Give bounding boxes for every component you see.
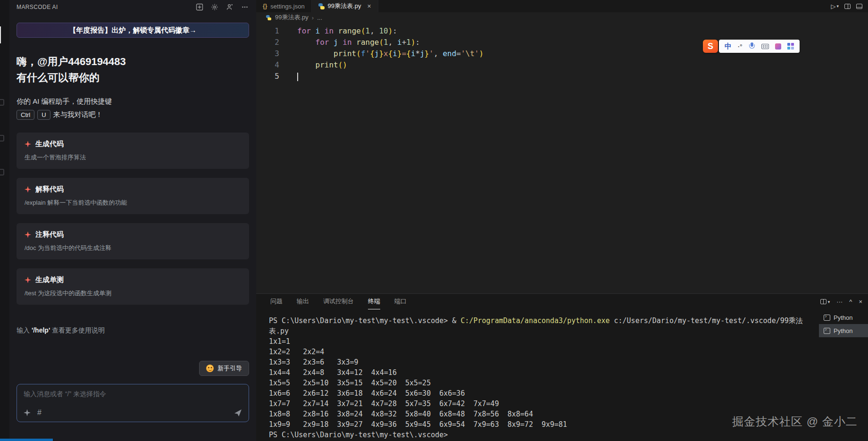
panel-tab-terminal[interactable]: 终端 [368, 294, 380, 309]
new-chat-icon[interactable] [195, 3, 204, 11]
sparkle-icon [25, 186, 31, 193]
more-actions-icon[interactable] [241, 3, 249, 11]
help-hint-suffix: 查看更多使用说明 [50, 326, 105, 334]
sparkle-icon [25, 277, 31, 283]
panel-tab-output[interactable]: 输出 [297, 294, 309, 309]
greeting: 嗨，@用户4469194483 有什么可以帮你的 [17, 54, 249, 86]
card-desc: /doc 为当前选中的代码生成注释 [25, 244, 241, 252]
prompt-card[interactable]: 生成单测/test 为这段选中的函数生成单测 [17, 268, 249, 305]
line-number-gutter: 12345 [256, 25, 288, 293]
split-editor-icon[interactable] [844, 4, 851, 9]
sidebar-title: MARSCODE AI [17, 4, 58, 10]
terminal-list-item[interactable]: Python [819, 311, 868, 324]
greeting-line1: 嗨，@用户4469194483 [17, 54, 249, 70]
send-message-icon[interactable] [234, 409, 242, 417]
terminal-line: 1x7=7 2x7=14 3x7=21 4x7=28 5x7=35 6x7=42… [269, 399, 816, 409]
helper-intro: 你的 AI 编程助手，使用快捷键 [17, 97, 249, 106]
activity-icon[interactable] [0, 99, 4, 106]
greeting-line2: 有什么可以帮你的 [17, 70, 249, 86]
tab-99-multiplication-py[interactable]: 99乘法表.py × [312, 0, 378, 12]
close-panel-icon[interactable]: × [859, 298, 862, 305]
maximize-panel-icon[interactable]: ^ [849, 298, 852, 305]
bottom-accent-bar [0, 439, 53, 441]
panel-actions: ▾ ··· ^ × [820, 298, 862, 305]
terminal-line: 表.py [269, 326, 816, 336]
breadcrumb-separator-icon: › [312, 14, 314, 21]
terminal-line: 1x6=6 2x6=12 3x6=18 4x6=24 5x6=30 6x6=36 [269, 388, 816, 399]
prompt-card[interactable]: 生成代码生成一个冒泡排序算法 [17, 133, 249, 169]
hash-context-icon[interactable]: # [37, 408, 42, 417]
breadcrumb[interactable]: 99乘法表.py › ... [256, 12, 868, 23]
marscode-sidebar: MARSCODE AI 【年度报告】出炉，解锁专属代码徽章→ 嗨，@用户4469… [9, 0, 256, 441]
chevron-down-icon: ▾ [828, 300, 830, 304]
breadcrumb-more[interactable]: ... [317, 14, 322, 21]
annual-report-banner[interactable]: 【年度报告】出炉，解锁专属代码徽章→ [17, 23, 249, 38]
panel-tab-ports[interactable]: 端口 [394, 294, 407, 309]
tab-label: settings.json [270, 3, 304, 10]
help-command: '/help' [32, 326, 50, 334]
terminal-line: PS C:\Users\Dario\my-test\my-test\.vscod… [269, 316, 816, 326]
sparkle-icon [25, 141, 31, 148]
ime-lang-icon[interactable]: 中 [725, 42, 732, 51]
line-number: 2 [256, 37, 279, 48]
activity-bar[interactable] [0, 0, 9, 441]
python-file-icon [318, 3, 325, 9]
shortcut-row: Ctrl U 来与我对话吧！ [17, 110, 249, 120]
terminal-label: Python [834, 327, 852, 334]
panel-more-actions-icon[interactable]: ··· [836, 298, 843, 305]
card-title-row: 生成单测 [25, 275, 241, 284]
activity-icon[interactable] [0, 169, 4, 175]
prompt-card[interactable]: 注释代码/doc 为当前选中的代码生成注释 [17, 223, 249, 259]
breadcrumb-file[interactable]: 99乘法表.py [275, 13, 309, 22]
line-number: 5 [256, 71, 279, 82]
code-line: print(f'{j}x{i}={i*j}', end='\t') [297, 48, 484, 59]
code-line: for j in range(1, i+1): [297, 37, 484, 48]
split-terminal-icon[interactable]: ▾ [820, 299, 830, 304]
json-file-icon: {} [263, 3, 267, 9]
line-number: 3 [256, 48, 279, 59]
code-editor[interactable]: 12345 for i in range(1, 10): for j in ra… [256, 23, 868, 293]
help-hint-prefix: 输入 [17, 326, 32, 334]
terminal-line: 1x3=3 2x3=6 3x3=9 [269, 357, 816, 367]
panel-tab-debug-console[interactable]: 调试控制台 [323, 294, 354, 309]
ime-punctuation-icon[interactable]: ·° [738, 43, 743, 50]
settings-gear-icon[interactable] [210, 3, 219, 11]
activity-icon[interactable] [0, 135, 4, 141]
prompt-card[interactable]: 解释代码/explain 解释一下当前选中函数的功能 [17, 178, 249, 214]
close-tab-icon[interactable]: × [367, 2, 371, 10]
terminal-label: Python [834, 314, 852, 321]
editor-area[interactable]: {} settings.json 99乘法表.py × ▷▾ 99乘法表.py … [256, 0, 868, 293]
run-python-file-button[interactable]: ▷▾ [831, 3, 839, 10]
mic-icon[interactable] [749, 42, 755, 50]
chat-input[interactable]: 输入消息或者 “/” 来选择指令 # [17, 384, 249, 422]
line-number: 1 [256, 25, 279, 37]
code-line: print() [297, 59, 484, 71]
keyboard-icon[interactable] [761, 44, 769, 49]
panel-header: 问题输出调试控制台终端端口 ▾ ··· ^ × [256, 294, 868, 309]
editor-tab-bar: {} settings.json 99乘法表.py × ▷▾ [256, 0, 868, 12]
card-title: 生成代码 [35, 140, 64, 149]
chat-input-placeholder: 输入消息或者 “/” 来选择指令 [24, 390, 242, 399]
toolbox-grid-icon[interactable] [787, 43, 794, 50]
tab-settings-json[interactable]: {} settings.json [256, 0, 312, 12]
smiley-icon [206, 365, 214, 372]
terminal-list-item[interactable]: Python [819, 324, 868, 337]
terminal-line: PS C:\Users\Dario\my-test\my-test\.vscod… [269, 430, 816, 440]
card-title-row: 生成代码 [25, 140, 241, 149]
line-number: 4 [256, 59, 279, 71]
card-title: 解释代码 [35, 185, 64, 194]
code-line: for i in range(1, 10): [297, 25, 484, 37]
card-title-row: 解释代码 [25, 185, 241, 194]
onboarding-guide-button[interactable]: 新手引导 [199, 361, 249, 376]
sparkle-command-icon[interactable] [24, 409, 31, 416]
skin-icon[interactable] [775, 43, 781, 50]
text-cursor [297, 73, 298, 81]
terminal-line: 1x5=5 2x5=10 3x5=15 4x5=20 5x5=25 [269, 378, 816, 388]
panel-tab-problems[interactable]: 问题 [270, 294, 283, 309]
u-key: U [37, 110, 50, 120]
account-icon[interactable] [225, 3, 234, 11]
terminal-line: 1x2=2 2x2=4 [269, 347, 816, 357]
terminal-icon [824, 328, 830, 334]
toggle-panel-icon[interactable] [856, 4, 862, 9]
sogou-logo-icon[interactable]: S [703, 40, 718, 53]
